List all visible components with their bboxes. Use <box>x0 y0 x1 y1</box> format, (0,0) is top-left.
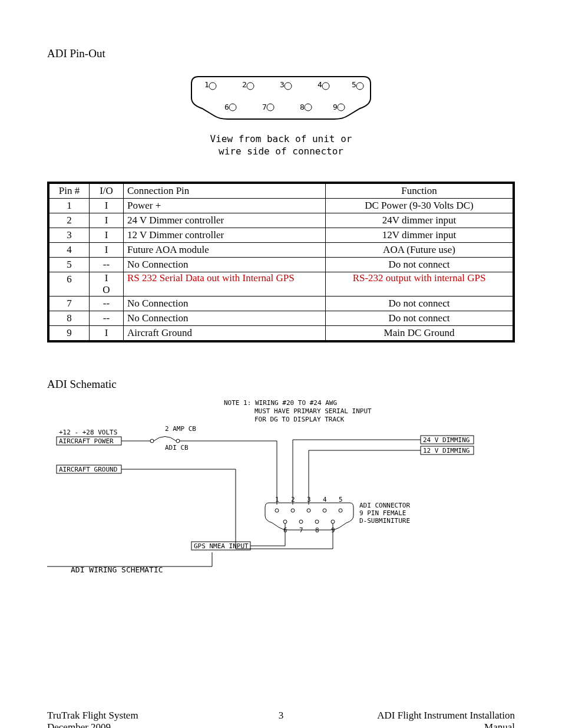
svg-point-3 <box>247 83 254 90</box>
table-row: 2 I 24 V Dimmer controller 24V dimmer in… <box>48 213 514 228</box>
svg-point-7 <box>322 83 329 90</box>
section-title-pinout: ADI Pin-Out <box>47 47 515 60</box>
svg-text:9 PIN FEMALE: 9 PIN FEMALE <box>359 509 406 517</box>
table-header-row: Pin # I/O Connection Pin Function <box>48 183 514 199</box>
svg-text:2: 2 <box>291 496 295 503</box>
svg-text:1: 1 <box>275 496 279 503</box>
svg-text:12 V DIMMING: 12 V DIMMING <box>423 447 470 454</box>
svg-text:6: 6 <box>224 103 229 111</box>
svg-text:8: 8 <box>315 526 319 534</box>
pinout-table: Pin # I/O Connection Pin Function 1 I Po… <box>47 182 515 343</box>
svg-text:4: 4 <box>318 80 322 89</box>
connector-caption-1: View from back of unit or <box>47 133 515 146</box>
svg-point-47 <box>275 509 279 512</box>
th-conn: Connection Pin <box>124 183 326 199</box>
svg-text:+12 - +28 VOLTS: +12 - +28 VOLTS <box>59 429 117 436</box>
svg-point-5 <box>285 83 292 90</box>
svg-point-27 <box>150 439 154 443</box>
svg-text:AIRCRAFT POWER: AIRCRAFT POWER <box>59 437 114 445</box>
svg-text:3: 3 <box>307 496 311 503</box>
table-row: 4 I Future AOA module AOA (Future use) <box>48 242 514 257</box>
svg-text:MUST HAVE PRIMARY SERIAL INPUT: MUST HAVE PRIMARY SERIAL INPUT <box>254 407 372 415</box>
table-row: 3 I 12 V Dimmer controller 12V dimmer in… <box>48 228 514 242</box>
footer-right-1: ADI Flight Instrument Installation Manua… <box>377 710 515 728</box>
th-func: Function <box>326 183 514 199</box>
svg-text:GPS NMEA INPUT: GPS NMEA INPUT <box>194 542 249 550</box>
schematic-figure: NOTE 1: WIRING #20 TO #24 AWG MUST HAVE … <box>47 396 515 580</box>
svg-point-9 <box>356 83 363 90</box>
svg-point-11 <box>229 104 236 111</box>
page-footer: TruTrak Flight System December 2009 3 AD… <box>47 710 515 728</box>
svg-point-53 <box>323 509 326 512</box>
svg-point-49 <box>291 509 295 512</box>
svg-text:2 AMP CB: 2 AMP CB <box>165 425 196 433</box>
svg-point-57 <box>283 520 287 523</box>
table-row: 9 I Aircraft Ground Main DC Ground <box>48 326 514 342</box>
connector-figure: 1 2 3 4 5 6 7 8 9 View from back of unit… <box>47 72 515 158</box>
svg-point-13 <box>267 104 274 111</box>
svg-rect-76 <box>47 436 212 566</box>
table-row: 5 -- No Connection Do not connect <box>48 257 514 272</box>
section-title-schematic: ADI Schematic <box>47 378 515 391</box>
svg-point-1 <box>209 83 216 90</box>
svg-point-17 <box>338 104 345 111</box>
svg-text:ADI CB: ADI CB <box>165 444 189 452</box>
svg-text:ADI CONNECTOR: ADI CONNECTOR <box>359 502 410 509</box>
footer-page-number: 3 <box>279 710 284 721</box>
schematic-icon: NOTE 1: WIRING #20 TO #24 AWG MUST HAVE … <box>47 396 513 578</box>
svg-text:24 V DIMMING: 24 V DIMMING <box>423 436 470 444</box>
svg-point-61 <box>315 520 319 523</box>
footer-left-2: December 2009 <box>47 722 111 728</box>
svg-text:4: 4 <box>323 496 327 503</box>
svg-text:FOR DG TO DISPLAY TRACK: FOR DG TO DISPLAY TRACK <box>254 416 345 423</box>
svg-text:8: 8 <box>300 103 305 111</box>
svg-text:9: 9 <box>333 103 338 111</box>
th-pin: Pin # <box>48 183 90 199</box>
svg-text:NOTE 1:  WIRING #20 TO #24 AWG: NOTE 1: WIRING #20 TO #24 AWG <box>224 399 337 407</box>
table-row: 1 I Power + DC Power (9-30 Volts DC) <box>48 198 514 213</box>
footer-left-1: TruTrak Flight System <box>47 710 138 721</box>
svg-text:3: 3 <box>280 80 285 89</box>
svg-text:2: 2 <box>242 80 247 89</box>
th-io: I/O <box>90 183 124 199</box>
svg-text:7: 7 <box>262 103 267 111</box>
connector-caption-2: wire side of connector <box>47 146 515 158</box>
svg-point-63 <box>331 520 335 523</box>
svg-text:5: 5 <box>339 496 343 503</box>
svg-point-15 <box>305 104 312 111</box>
svg-point-55 <box>339 509 342 512</box>
table-row: 6 I O RS 232 Serial Data out with Intern… <box>48 272 514 297</box>
svg-point-28 <box>176 439 180 443</box>
svg-text:1: 1 <box>204 80 209 89</box>
svg-point-59 <box>299 520 303 523</box>
svg-text:7: 7 <box>299 526 303 534</box>
connector-icon: 1 2 3 4 5 6 7 8 9 <box>187 72 375 131</box>
table-row: 8 -- No Connection Do not connect <box>48 311 514 326</box>
table-row: 7 -- No Connection Do not connect <box>48 297 514 311</box>
svg-point-51 <box>307 509 310 512</box>
svg-text:AIRCRAFT GROUND: AIRCRAFT GROUND <box>59 466 117 473</box>
svg-text:5: 5 <box>352 80 356 89</box>
svg-text:D-SUBMINITURE: D-SUBMINITURE <box>359 517 410 525</box>
